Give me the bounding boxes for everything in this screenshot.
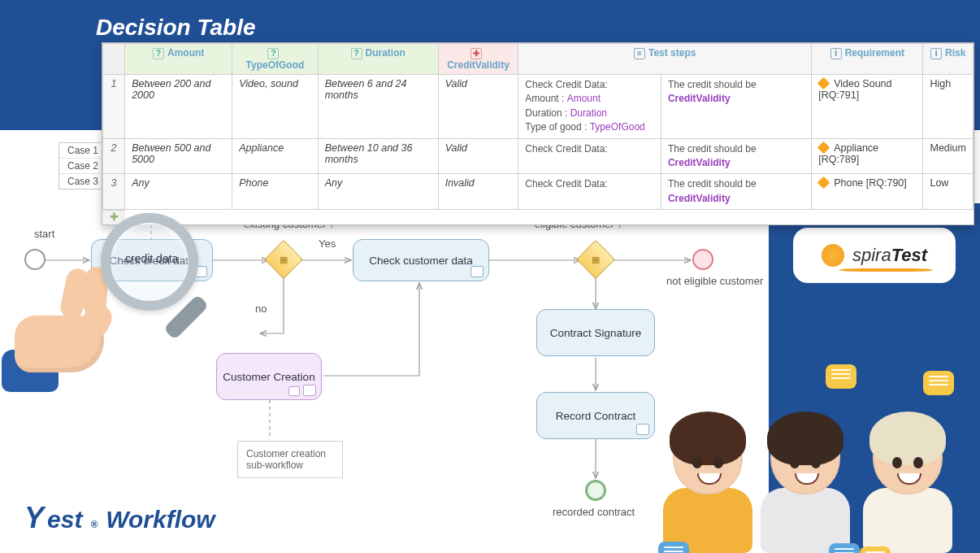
end-event-not-eligible[interactable] bbox=[692, 249, 713, 270]
cell-validity[interactable]: Invalid bbox=[438, 174, 518, 210]
table-row[interactable]: 2 Between 500 and 5000 Appliance Between… bbox=[103, 138, 973, 174]
link-icon bbox=[822, 244, 844, 267]
magnifier-illustration: credit data bbox=[101, 213, 223, 335]
table-row[interactable]: 3 Any Phone Any Invalid Check Credit Dat… bbox=[103, 174, 973, 210]
cell-amount[interactable]: Any bbox=[125, 174, 232, 210]
start-label: start bbox=[34, 228, 54, 240]
end-label: not eligible customer bbox=[666, 275, 763, 287]
task-label: Customer Creation bbox=[223, 371, 314, 383]
subprocess-icon bbox=[470, 266, 483, 277]
row-index: 3 bbox=[103, 174, 125, 210]
note-customer-creation: Customer creation sub-workflow bbox=[237, 441, 343, 478]
people-illustration bbox=[663, 366, 972, 553]
case-tab[interactable]: Case 2 bbox=[59, 159, 106, 174]
decision-table: ?Amount ?TypeOfGood ?Duration ✚CreditVal… bbox=[102, 42, 974, 225]
table-row[interactable]: 1 Between 200 and 2000 Video, sound Betw… bbox=[103, 75, 973, 139]
decision-table-title: Decision Table bbox=[96, 15, 256, 41]
speech-bubble-icon bbox=[923, 371, 954, 395]
edge-label-no: no bbox=[255, 303, 267, 315]
speech-bubble-icon bbox=[826, 364, 856, 389]
case-tabs: Case 1 Case 2 Case 3 bbox=[59, 142, 107, 189]
cell-req[interactable]: Video Sound [RQ:791] bbox=[812, 75, 923, 139]
cell-type[interactable]: Phone bbox=[232, 174, 318, 210]
col-index bbox=[103, 44, 125, 75]
cell-type[interactable]: Video, sound bbox=[232, 75, 318, 139]
task-record-contract[interactable]: Record Contract bbox=[536, 392, 655, 439]
requirement-icon bbox=[817, 141, 830, 154]
speech-bubble-icon bbox=[829, 543, 860, 553]
cell-duration[interactable]: Between 10 and 36 months bbox=[318, 138, 438, 174]
col-duration[interactable]: ?Duration bbox=[318, 44, 438, 75]
magnifier-caption: credit data bbox=[125, 252, 178, 265]
row-index: 2 bbox=[103, 138, 125, 174]
cell-expected[interactable]: The credit should be CreditValidity bbox=[661, 75, 811, 139]
cell-validity[interactable]: Valid bbox=[438, 75, 518, 139]
task-contract-signature[interactable]: Contract Signature bbox=[536, 309, 655, 356]
cell-expected[interactable]: The credit should be CreditValidity bbox=[661, 138, 811, 174]
multi-instance-icon bbox=[288, 386, 300, 396]
task-label: Contract Signature bbox=[550, 327, 642, 339]
cell-req[interactable]: Appliance [RQ:789] bbox=[812, 138, 923, 174]
cell-steps[interactable]: Check Credit Data: bbox=[518, 138, 661, 174]
cell-duration[interactable]: Any bbox=[318, 174, 438, 210]
cell-risk[interactable]: Medium bbox=[923, 138, 973, 174]
subprocess-icon bbox=[303, 385, 316, 396]
subprocess-icon bbox=[636, 424, 649, 435]
gateway-existing-customer[interactable]: ▦ bbox=[264, 240, 303, 279]
end-event-recorded[interactable] bbox=[585, 480, 606, 501]
subprocess-customer-creation[interactable]: Customer Creation bbox=[216, 353, 322, 400]
brand-spiratest: spiraTest bbox=[793, 228, 956, 283]
row-index: 1 bbox=[103, 75, 125, 139]
cell-duration[interactable]: Between 6 and 24 months bbox=[318, 75, 438, 139]
col-risk[interactable]: iRisk bbox=[923, 44, 973, 75]
col-validity[interactable]: ✚CreditValidity bbox=[438, 44, 518, 75]
cell-validity[interactable]: Valid bbox=[438, 138, 518, 174]
col-steps[interactable]: ≡Test steps bbox=[518, 44, 812, 75]
speech-bubble-icon bbox=[860, 546, 891, 553]
cell-risk[interactable]: Low bbox=[923, 174, 973, 210]
cell-type[interactable]: Appliance bbox=[232, 138, 318, 174]
requirement-icon bbox=[817, 176, 830, 189]
gateway-eligible-customer[interactable]: ▦ bbox=[576, 240, 615, 279]
case-tab[interactable]: Case 1 bbox=[59, 143, 106, 159]
task-label: Check customer data bbox=[369, 255, 473, 267]
cell-amount[interactable]: Between 200 and 2000 bbox=[125, 75, 232, 139]
col-amount[interactable]: ?Amount bbox=[125, 44, 232, 75]
task-label: Record Contract bbox=[556, 410, 635, 422]
speech-bubble-icon bbox=[658, 542, 689, 553]
cell-amount[interactable]: Between 500 and 5000 bbox=[125, 138, 232, 174]
case-tab[interactable]: Case 3 bbox=[59, 174, 106, 189]
edge-label-yes: Yes bbox=[319, 237, 336, 250]
end-label: recorded contract bbox=[553, 506, 635, 518]
cell-steps[interactable]: Check Credit Data: bbox=[518, 174, 661, 210]
requirement-icon bbox=[817, 77, 830, 90]
cell-req[interactable]: Phone [RQ:790] bbox=[812, 174, 923, 210]
col-type[interactable]: ?TypeOfGood bbox=[232, 44, 318, 75]
task-check-customer-data[interactable]: Check customer data bbox=[353, 239, 489, 281]
cell-risk[interactable]: High bbox=[923, 75, 973, 139]
cell-steps[interactable]: Check Credit Data: Amount : Amount Durat… bbox=[518, 75, 661, 139]
cell-expected[interactable]: The credit should be CreditValidity bbox=[661, 174, 811, 210]
col-req[interactable]: iRequirement bbox=[812, 44, 923, 75]
